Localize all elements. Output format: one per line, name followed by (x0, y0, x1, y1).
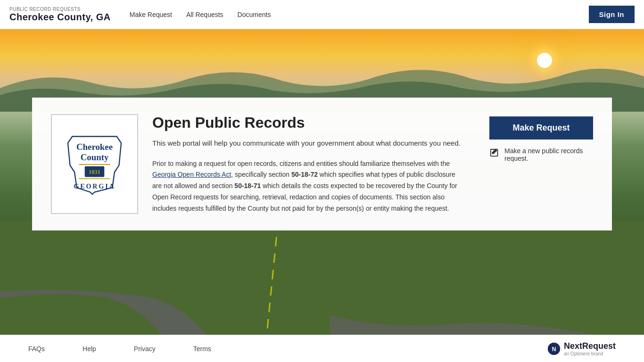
make-request-desc-text: Make a new public records request. (504, 147, 593, 162)
hero-section: Cherokee County 1831 GEORGIA Open Public… (0, 29, 644, 362)
main-content: Open Public Records This web portal will… (152, 114, 475, 214)
make-request-description: Make a new public records request. (489, 147, 593, 162)
county-logo-svg: Cherokee County 1831 GEORGIA (59, 128, 130, 201)
county-logo: Cherokee County 1831 GEORGIA (51, 114, 138, 214)
sign-in-button[interactable]: Sign In (589, 6, 635, 23)
georgia-open-records-link[interactable]: Georgia Open Records Act (152, 171, 231, 178)
footer-brand-text: NextRequest an Optimere brand (564, 341, 616, 356)
header-nav: Make Request All Requests Documents (130, 11, 589, 18)
nav-make-request[interactable]: Make Request (130, 11, 172, 18)
content-card: Cherokee County 1831 GEORGIA Open Public… (32, 98, 612, 230)
body-text: Prior to making a request for open recor… (152, 158, 466, 214)
footer-link-faqs[interactable]: FAQs (28, 345, 45, 353)
intro-text: This web portal will help you communicat… (152, 138, 466, 149)
nextrequest-logo-icon: N (548, 343, 560, 355)
footer-nav: FAQs Help Privacy Terms (28, 345, 548, 353)
header-brand: Public Record Requests Cherokee County, … (9, 7, 111, 23)
nav-documents[interactable]: Documents (238, 11, 271, 18)
footer-brand: N NextRequest an Optimere brand (548, 341, 616, 356)
footer-brand-name: NextRequest (564, 341, 616, 351)
page-title: Open Public Records (152, 114, 466, 132)
footer-link-terms[interactable]: Terms (193, 345, 211, 353)
footer: FAQs Help Privacy Terms N NextRequest an… (0, 335, 644, 362)
right-panel: Make Request Make a new public records r… (489, 114, 593, 214)
svg-text:Cherokee: Cherokee (76, 142, 113, 152)
footer-link-privacy[interactable]: Privacy (134, 345, 156, 353)
footer-brand-sub: an Optimere brand (564, 351, 603, 356)
svg-text:N: N (552, 346, 556, 353)
header-main-title: Cherokee County, GA (9, 12, 111, 23)
footer-link-help[interactable]: Help (83, 345, 96, 353)
svg-text:GEORGIA: GEORGIA (74, 182, 115, 190)
edit-icon (489, 148, 500, 158)
svg-text:1831: 1831 (89, 169, 100, 175)
header-sub-title: Public Record Requests (9, 7, 111, 12)
svg-text:County: County (81, 152, 109, 162)
header: Public Record Requests Cherokee County, … (0, 0, 644, 29)
nav-all-requests[interactable]: All Requests (186, 11, 223, 18)
make-request-button[interactable]: Make Request (489, 116, 593, 140)
